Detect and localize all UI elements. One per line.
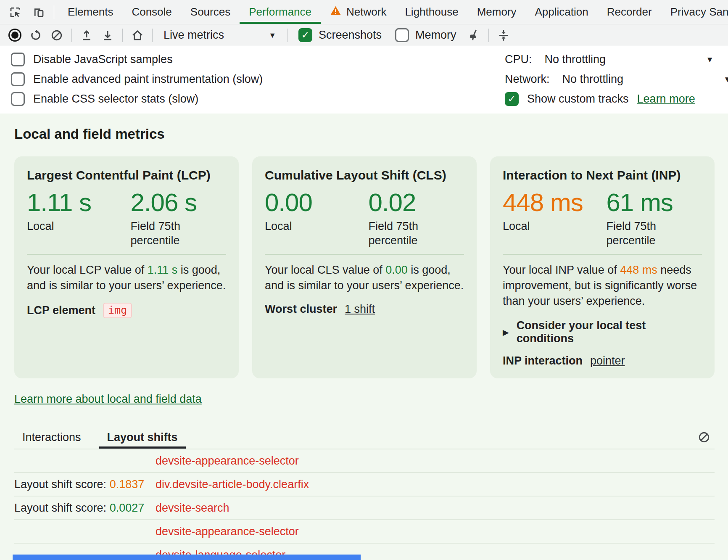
shift-node-link[interactable]: devsite-appearance-selector xyxy=(156,454,299,468)
advanced-paint-checkbox[interactable] xyxy=(11,72,25,86)
custom-tracks-learn-more-link[interactable]: Learn more xyxy=(637,92,695,106)
local-field-data-learn-more-link[interactable]: Learn more about local and field data xyxy=(14,393,202,405)
css-selector-stats-checkbox[interactable] xyxy=(11,92,25,106)
divider xyxy=(503,254,702,255)
tab-privacy-sandbox[interactable]: Privacy Sand xyxy=(661,0,728,24)
record-button[interactable] xyxy=(4,26,25,45)
clear-button[interactable] xyxy=(46,26,67,45)
screenshots-checkbox[interactable] xyxy=(298,28,312,42)
tab-console[interactable]: Console xyxy=(122,0,181,24)
tab-label: Network xyxy=(346,5,386,18)
reload-and-record-button[interactable] xyxy=(25,26,46,45)
record-icon xyxy=(8,29,21,42)
tab-label: Recorder xyxy=(607,5,652,18)
worst-cluster-label: Worst cluster xyxy=(265,303,337,316)
lcp-element-node-chip[interactable]: img xyxy=(103,303,132,318)
network-value: No throttling xyxy=(562,73,624,86)
settings-right-column: CPU: No throttling ▼ Network: No throttl… xyxy=(505,50,717,110)
metric-cards: Largest Contentful Paint (LCP) 1.11 s Lo… xyxy=(14,156,715,378)
cls-local-value: 0.00 xyxy=(265,189,368,216)
memory-toggle[interactable]: Memory xyxy=(395,28,456,42)
tab-label: Sources xyxy=(190,5,230,18)
screenshots-label: Screenshots xyxy=(319,29,382,42)
tab-application[interactable]: Application xyxy=(526,0,598,24)
layout-shift-row[interactable]: Layout shift score: 0.1837 div.devsite-a… xyxy=(14,473,715,497)
lcp-local-group: 1.11 s Local xyxy=(27,189,130,248)
warning-icon xyxy=(330,5,341,19)
shift-node-link[interactable]: div.devsite-article-body.clearfix xyxy=(156,478,309,491)
divider xyxy=(265,254,464,255)
tab-sources[interactable]: Sources xyxy=(181,0,240,24)
divider xyxy=(27,254,226,255)
layout-shift-row[interactable]: devsite-appearance-selector xyxy=(14,520,715,544)
show-custom-tracks-row[interactable]: Show custom tracks Learn more xyxy=(505,89,717,109)
tabbar-icon-group xyxy=(4,0,50,24)
home-icon[interactable] xyxy=(127,26,148,45)
show-custom-tracks-label: Show custom tracks xyxy=(527,92,629,106)
shift-score-cell: Layout shift score: 0.0027 xyxy=(14,502,156,515)
cls-local-label: Local xyxy=(265,219,368,234)
tab-label: Interactions xyxy=(22,431,81,444)
tab-memory[interactable]: Memory xyxy=(468,0,526,24)
inp-interaction-link[interactable]: pointer xyxy=(590,354,625,367)
show-custom-tracks-checkbox[interactable] xyxy=(505,92,519,106)
disable-js-samples-row[interactable]: Disable JavaScript samples xyxy=(11,50,263,69)
lcp-card-title: Largest Contentful Paint (LCP) xyxy=(27,168,226,182)
lcp-description: Your local LCP value of 1.11 s is good, … xyxy=(27,262,226,294)
shift-node-link[interactable]: devsite-search xyxy=(156,502,229,515)
device-toolbar-icon[interactable] xyxy=(28,3,50,22)
inspect-element-icon[interactable] xyxy=(4,3,26,22)
tab-label: Memory xyxy=(477,5,517,18)
inp-desc-text: Your local INP value of xyxy=(503,264,620,276)
log-tabbar: Interactions Layout shifts xyxy=(14,426,715,449)
advanced-paint-row[interactable]: Enable advanced paint instrumentation (s… xyxy=(11,69,263,89)
screenshots-toggle[interactable]: Screenshots xyxy=(298,28,382,42)
page-bottom-blue-bar xyxy=(13,555,361,560)
layout-shift-row[interactable]: devsite-appearance-selector xyxy=(14,449,715,473)
tab-elements[interactable]: Elements xyxy=(58,0,122,24)
css-selector-stats-row[interactable]: Enable CSS selector stats (slow) xyxy=(11,89,263,109)
inp-interaction-label: INP interaction xyxy=(503,354,583,367)
cls-footer: Worst cluster 1 shift xyxy=(265,303,464,316)
triangle-right-icon: ▶ xyxy=(503,328,509,337)
performance-toolbar: Live metrics ▼ Screenshots Memory xyxy=(0,24,728,46)
tab-label: Layout shifts xyxy=(107,431,178,444)
shift-node-link[interactable]: devsite-appearance-selector xyxy=(156,525,299,538)
disable-js-samples-checkbox[interactable] xyxy=(11,53,25,66)
tab-layout-shifts[interactable]: Layout shifts xyxy=(99,426,186,449)
load-profile-icon[interactable] xyxy=(76,26,97,45)
network-label: Network: xyxy=(505,73,550,86)
cls-values: 0.00 Local 0.02 Field 75th percentile xyxy=(265,189,464,248)
tab-network[interactable]: Network xyxy=(321,0,396,24)
gc-broom-icon[interactable] xyxy=(463,26,484,45)
collapse-shortcuts-icon[interactable] xyxy=(493,26,514,45)
css-selector-stats-label: Enable CSS selector stats (slow) xyxy=(33,92,198,106)
cls-card-title: Cumulative Layout Shift (CLS) xyxy=(265,168,464,182)
tab-recorder[interactable]: Recorder xyxy=(598,0,661,24)
inp-footer: INP interaction pointer xyxy=(503,354,702,367)
clear-log-icon[interactable] xyxy=(694,431,715,444)
layout-shifts-list: devsite-appearance-selector Layout shift… xyxy=(14,449,715,560)
chevron-down-icon: ▼ xyxy=(269,32,276,39)
save-profile-icon[interactable] xyxy=(97,26,118,45)
inp-card: Interaction to Next Paint (INP) 448 ms L… xyxy=(490,156,715,378)
lcp-desc-value: 1.11 s xyxy=(148,264,178,276)
tab-label: Elements xyxy=(68,5,113,18)
local-test-conditions-expander[interactable]: ▶ Consider your local test conditions xyxy=(503,319,702,345)
worst-cluster-link[interactable]: 1 shift xyxy=(345,303,375,316)
separator xyxy=(287,29,288,42)
history-dropdown[interactable]: Live metrics ▼ xyxy=(157,26,283,45)
tab-performance[interactable]: Performance xyxy=(240,0,321,24)
tab-interactions[interactable]: Interactions xyxy=(14,426,89,449)
memory-checkbox[interactable] xyxy=(395,28,409,42)
separator xyxy=(122,29,123,42)
tab-label: Application xyxy=(535,5,588,18)
network-throttling-select[interactable]: Network: No throttling ▼ xyxy=(505,69,717,89)
separator xyxy=(71,29,72,42)
settings-left-column: Disable JavaScript samples Enable advanc… xyxy=(11,50,263,110)
learn-more-row: Learn more about local and field data xyxy=(14,393,715,406)
cpu-throttling-select[interactable]: CPU: No throttling ▼ xyxy=(505,50,717,69)
tab-lighthouse[interactable]: Lighthouse xyxy=(396,0,467,24)
inp-description: Your local INP value of 448 ms needs imp… xyxy=(503,262,702,309)
layout-shift-row[interactable]: Layout shift score: 0.0027 devsite-searc… xyxy=(14,497,715,520)
